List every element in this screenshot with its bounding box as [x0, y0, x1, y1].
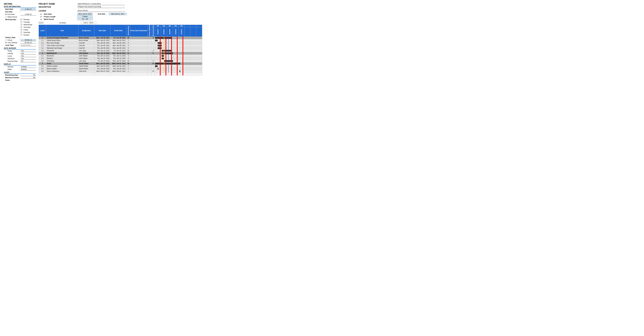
description-label: DESCRIPTION — [39, 6, 77, 8]
table-row[interactable]: 2.1BrochuresJohn WayneTue, Jan 10, 2012T… — [39, 54, 202, 57]
week-period-radio[interactable] — [5, 16, 7, 18]
table-row[interactable]: 1.4Warranty Card DesignLisa GirlThu, Jan… — [39, 47, 202, 49]
passing-days-value[interactable]: No — [20, 60, 36, 62]
table-row[interactable]: 2.2BannersJohn HarperTue, Jan 10, 2012Th… — [39, 57, 202, 60]
gantt-bar — [158, 42, 162, 44]
chk-thursday[interactable] — [20, 26, 22, 28]
gantt-cell — [155, 44, 202, 47]
actual-date-value[interactable]: 6-Feb-12 — [20, 39, 36, 41]
end-date-option: End Date — [8, 13, 20, 15]
chk-saturday[interactable] — [20, 31, 22, 33]
gantt-cell — [155, 70, 202, 73]
today-marker-label: Today — [4, 50, 19, 52]
holiday-marker-value[interactable]: Yes — [20, 52, 36, 54]
description-value[interactable]: Prepare new product launching — [77, 5, 125, 8]
leave-marker-value[interactable]: Yes — [20, 55, 36, 57]
level-type-value[interactable]: 1; 1.1; 1.1.1; .. — [20, 44, 36, 46]
th-level: Level — [39, 25, 46, 37]
th-working-days: Working Days — [126, 25, 130, 37]
info-wp-value: W1 - W5 — [77, 18, 93, 20]
gantt-cell — [155, 62, 202, 65]
expand-icon[interactable]: ▶ — [39, 13, 44, 15]
display-title: DISPLAY — [4, 63, 36, 65]
main-panel: PROJECT NAME NEW PRODUCT LAUNCHING DESCR… — [39, 2, 643, 81]
level-type-label: Level Type — [4, 44, 19, 46]
project-name-value[interactable]: NEW PRODUCT LAUNCHING — [77, 2, 125, 5]
day-wednesday: Wednesday — [24, 24, 32, 26]
slider-value[interactable]: Weekly — [20, 68, 36, 70]
window-value[interactable]: 8 Week — [20, 66, 36, 68]
chk-friday[interactable] — [20, 29, 22, 30]
day-tuesday: Tuesday — [24, 21, 30, 23]
actual-date-label: Actual — [8, 39, 20, 41]
th-finish-real: Finish Date Realization — [130, 25, 148, 37]
gantt-bar — [162, 55, 164, 57]
info-length-value: 5 Week — [77, 15, 93, 18]
gantt-cell — [155, 67, 202, 70]
max-parallel-value[interactable]: No — [20, 76, 36, 79]
table-row[interactable]: 1Product Package PreparationBruce Jenner… — [39, 36, 202, 39]
end-date-radio[interactable] — [5, 13, 7, 15]
table-row[interactable]: 3.3Press ConferencePeter KentWed, Feb 01… — [39, 70, 202, 73]
settings-heading: SETTING — [4, 2, 36, 5]
end-date-value[interactable]: 1-Feb-12 — [20, 13, 36, 15]
start-date-value[interactable]: 2-Jan-12 — [20, 8, 36, 10]
gantt-bar — [158, 45, 162, 46]
startend-marker-value[interactable]: Yes — [20, 57, 36, 60]
startend-marker-label: Start/End — [4, 58, 19, 59]
todays-date-label: Today's Date — [4, 36, 19, 38]
gantt-bar — [155, 37, 172, 39]
passing-days-label: Passing Days — [4, 60, 19, 62]
th-remaining: Remaining Week — [151, 25, 155, 37]
gantt-cell — [155, 47, 202, 49]
remaining-days-value[interactable]: No — [20, 74, 36, 76]
day-friday: Friday — [24, 29, 28, 31]
gantt-bar — [158, 47, 162, 49]
info-end-value: Wed, Feb 01, 2012 — [109, 13, 127, 15]
nav-prev-button[interactable]: ◄ — [39, 22, 41, 24]
chk-monday[interactable] — [20, 19, 22, 20]
day-monday: Monday — [24, 18, 29, 20]
table-row[interactable]: 3.1Define LocationSarah ParkerMon, Jan 0… — [39, 65, 202, 67]
table-row[interactable]: 2.3ProductionLois LangFri, Jan 13, 2012M… — [39, 60, 202, 62]
expand-icon[interactable]: ▶ — [39, 16, 44, 17]
user-date-radio[interactable] — [5, 42, 7, 43]
remaining-days-label: Remaining Days — [4, 74, 19, 76]
expand-icon[interactable]: ▶ — [39, 18, 44, 20]
user-date-value[interactable]: 18-Jan-12 — [20, 41, 36, 44]
th-w3: W3 — [167, 25, 173, 27]
table-row[interactable]: 1.3User Guide Cover DesignLisa GirlThu, … — [39, 44, 202, 47]
info-start-value: Mon, Jan 02, 2012 — [77, 13, 93, 15]
gantt-cell — [155, 52, 202, 54]
project-name-label: PROJECT NAME — [39, 3, 77, 5]
info-length-label: Project Length — [44, 16, 77, 18]
nav-next-button[interactable]: ► — [41, 22, 44, 24]
chk-wednesday[interactable] — [20, 24, 22, 25]
date-info-title: DATE INFORMATION — [4, 5, 36, 8]
table-row[interactable]: 1.5ProductionLois LangTue, Jan 10, 2012F… — [39, 49, 202, 52]
chk-tuesday[interactable] — [20, 21, 22, 23]
slider-label: Slider — [4, 68, 19, 70]
today-marker-value[interactable]: Yes — [20, 50, 36, 52]
table-row[interactable]: 2Marketing KitJohn WayneTue, Jan 10, 201… — [39, 52, 202, 54]
actual-date-radio[interactable] — [5, 39, 7, 41]
gantt-bar — [155, 40, 158, 41]
gantt-cell — [155, 57, 202, 60]
user-date-label: User Defined — [8, 42, 20, 44]
gantt-cell — [155, 36, 202, 39]
table-row — [39, 73, 202, 75]
table-row[interactable]: 3EventSarah ParkerMon, Jan 02, 2012Wed, … — [39, 62, 202, 65]
gantt-table: Level Task Assignment Start Date Finish … — [39, 25, 202, 75]
table-row[interactable]: 1.1Define Brand NameBruce JennerMon, Jan… — [39, 39, 202, 42]
gantt-bar — [155, 63, 180, 64]
chk-sunday[interactable] — [20, 34, 22, 36]
th-date-5: 01/30/12 — [178, 27, 184, 36]
leader-label: LEADER — [39, 10, 77, 12]
gantt-bar — [158, 68, 158, 70]
table-row[interactable]: 1.2Box Cover DesignLisa GirlThu, Jan 05,… — [39, 42, 202, 44]
leave-marker-label: Leave — [4, 55, 19, 57]
th-w2: W2 — [161, 25, 167, 27]
leader-value[interactable]: Bruce Jenner — [77, 9, 125, 12]
table-row[interactable]: 3.2Book LocationSarah ParkerThu, Jan 05,… — [39, 67, 202, 70]
th-w1: W1 — [155, 25, 161, 27]
